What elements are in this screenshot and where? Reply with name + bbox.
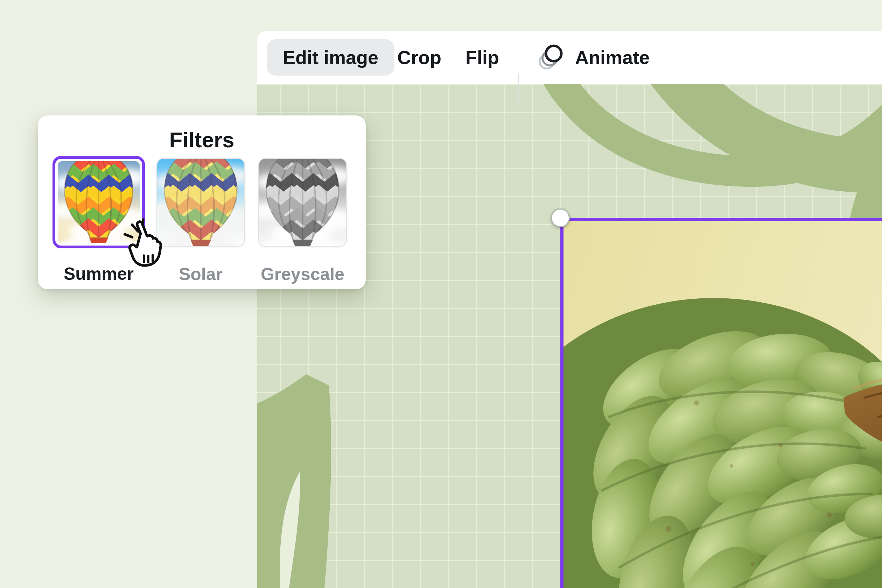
edit-image-button[interactable]: Edit image	[267, 39, 394, 75]
selection-handle-top-left[interactable]	[551, 208, 570, 227]
animate-button[interactable]: Animate	[537, 31, 650, 84]
animate-label: Animate	[575, 46, 650, 68]
filter-label-solar: Solar	[156, 264, 245, 284]
balloon-preview-solar	[157, 159, 244, 246]
animate-motion-icon	[537, 44, 565, 71]
context-toolbar: Edit image Crop Flip Animate	[257, 31, 882, 84]
filters-title: Filters	[38, 128, 366, 152]
filter-thumbnail-greyscale	[258, 158, 347, 247]
custard-apple-photo	[563, 221, 882, 588]
selected-image-frame[interactable]	[560, 218, 882, 588]
crop-button[interactable]: Crop	[397, 31, 441, 84]
flip-button[interactable]: Flip	[466, 31, 499, 84]
balloon-preview-greyscale	[259, 159, 346, 246]
filter-option-greyscale[interactable]: Greyscale	[258, 158, 347, 284]
click-cursor-icon	[120, 214, 167, 273]
filter-label-greyscale: Greyscale	[258, 264, 347, 284]
filters-panel: Filters Summer Solar	[38, 116, 366, 289]
toolbar-divider	[518, 73, 519, 104]
filter-thumbnail-solar	[156, 158, 245, 247]
swoosh-bottom-left	[257, 374, 331, 588]
filter-option-solar[interactable]: Solar	[156, 158, 245, 284]
